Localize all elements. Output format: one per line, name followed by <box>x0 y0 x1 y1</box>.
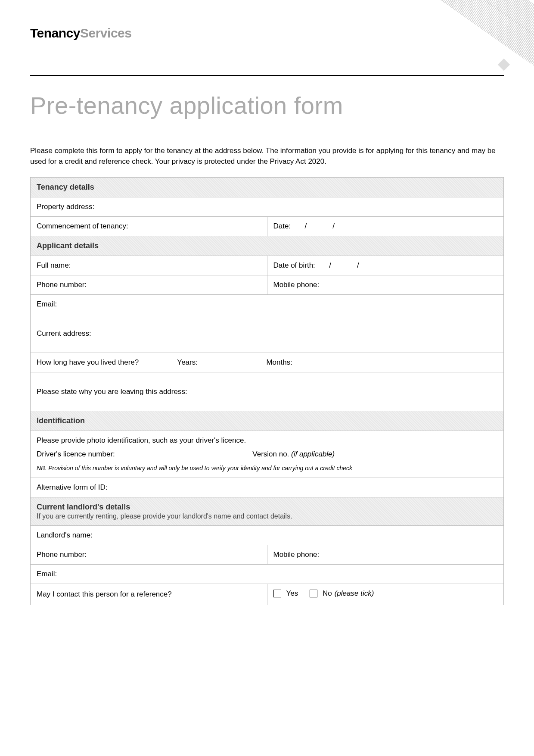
label-please-tick: (please tick) <box>335 589 374 598</box>
alt-id-cell[interactable]: Alternative form of ID: <box>31 478 504 497</box>
landlord-name-cell[interactable]: Landlord's name: <box>31 526 504 545</box>
nb-cell: NB. Provision of this number is voluntar… <box>31 464 504 478</box>
commencement-date-cell[interactable]: Date: / / <box>267 217 504 236</box>
how-long-cell[interactable]: How long have you lived there? Years: Mo… <box>31 353 504 372</box>
label-property-address: Property address: <box>37 203 94 211</box>
email-cell[interactable]: Email: <box>31 295 504 314</box>
section-tenancy-details: Tenancy details <box>31 178 504 197</box>
page-title: Pre-tenancy application form <box>30 91 504 119</box>
label-photo-id: Please provide photo identification, suc… <box>37 436 246 444</box>
label-how-long: How long have you lived there? <box>37 358 139 366</box>
label-leaving: Please state why you are leaving this ad… <box>37 387 187 396</box>
mobile-cell[interactable]: Mobile phone: <box>267 275 504 295</box>
label-nb: NB. Provision of this number is voluntar… <box>37 465 352 472</box>
full-name-cell[interactable]: Full name: <box>31 256 267 275</box>
date-slash: / <box>321 222 347 231</box>
label-email: Email: <box>37 570 57 578</box>
section-identification: Identification <box>31 411 504 431</box>
label-dob: Date of birth: <box>273 261 315 269</box>
yes-no-cell: Yes No (please tick) <box>267 584 504 605</box>
label-commencement: Commencement of tenancy: <box>37 222 128 230</box>
date-slash: / <box>317 261 343 270</box>
section-current-landlord: Current landlord's details If you are cu… <box>31 497 504 526</box>
landlord-email-cell[interactable]: Email: <box>31 565 504 584</box>
label-current-landlord-sub: If you are currently renting, please pro… <box>37 512 497 520</box>
label-version-no: Version no. <box>252 450 289 458</box>
label-current-address: Current address: <box>37 329 91 337</box>
logo-part2: Services <box>80 26 131 40</box>
label-landlord-name: Landlord's name: <box>37 531 93 539</box>
may-contact-cell: May I contact this person for a referenc… <box>31 584 267 605</box>
label-mobile: Mobile phone: <box>273 550 320 559</box>
commencement-cell[interactable]: Commencement of tenancy: <box>31 217 267 236</box>
divider-dotted <box>30 130 504 130</box>
section-applicant-details: Applicant details <box>31 236 504 256</box>
application-form-table: Tenancy details Property address: Commen… <box>30 177 504 605</box>
decorative-corner <box>422 0 534 86</box>
label-phone: Phone number: <box>37 281 87 289</box>
label-phone: Phone number: <box>37 550 87 559</box>
label-no: No <box>323 589 332 598</box>
label-months: Months: <box>266 358 292 366</box>
label-email: Email: <box>37 300 57 308</box>
label-may-contact: May I contact this person for a referenc… <box>37 590 172 598</box>
date-slash: / <box>345 261 371 270</box>
label-mobile: Mobile phone: <box>273 281 320 289</box>
label-dl-number: Driver's licence number: <box>37 450 115 458</box>
dob-cell[interactable]: Date of birth: / / <box>267 256 504 275</box>
leaving-reason-cell[interactable]: Please state why you are leaving this ad… <box>31 372 504 411</box>
current-address-cell[interactable]: Current address: <box>31 314 504 353</box>
logo-part1: Tenancy <box>30 26 80 40</box>
checkbox-no[interactable] <box>310 590 317 597</box>
phone-cell[interactable]: Phone number: <box>31 275 267 295</box>
label-alt-id: Alternative form of ID: <box>37 483 107 491</box>
label-yes: Yes <box>286 589 298 598</box>
label-years: Years: <box>177 358 198 366</box>
checkbox-yes[interactable] <box>273 590 281 597</box>
property-address-row[interactable]: Property address: <box>31 197 504 217</box>
label-date: Date: <box>273 222 291 230</box>
landlord-phone-cell[interactable]: Phone number: <box>31 545 267 565</box>
label-full-name: Full name: <box>37 261 71 269</box>
landlord-mobile-cell[interactable]: Mobile phone: <box>267 545 504 565</box>
intro-text: Please complete this form to apply for t… <box>30 146 504 167</box>
label-current-landlord: Current landlord's details <box>37 503 130 511</box>
date-slash: / <box>293 222 319 231</box>
drivers-licence-cell[interactable]: Driver's licence number: Version no. (if… <box>31 450 504 464</box>
photo-id-prompt-cell: Please provide photo identification, suc… <box>31 431 504 450</box>
label-if-applicable: (if applicable) <box>291 450 335 458</box>
